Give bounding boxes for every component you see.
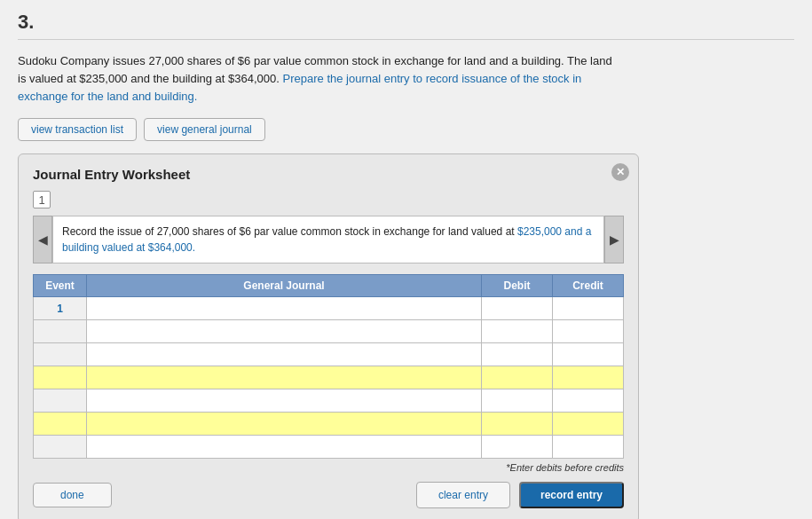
debit-cell[interactable] <box>482 366 553 389</box>
credit-input[interactable] <box>553 297 623 319</box>
journal-cell[interactable] <box>87 343 482 366</box>
journal-cell[interactable] <box>87 389 482 413</box>
debit-cell[interactable] <box>482 320 553 343</box>
event-cell <box>34 389 87 413</box>
journal-input[interactable] <box>87 413 481 435</box>
credit-cell[interactable] <box>553 366 624 389</box>
event-cell <box>34 320 87 343</box>
debit-input[interactable] <box>482 366 552 389</box>
header-journal: General Journal <box>87 275 482 297</box>
entry-counter: 1 <box>33 191 51 208</box>
debit-input[interactable] <box>482 297 552 319</box>
credit-input[interactable] <box>553 436 623 458</box>
journal-cell[interactable] <box>87 436 482 459</box>
journal-input[interactable] <box>87 343 481 366</box>
done-button[interactable]: done <box>33 483 112 507</box>
close-button[interactable]: ✕ <box>611 163 629 181</box>
debit-input[interactable] <box>482 320 552 342</box>
credit-input[interactable] <box>553 320 623 342</box>
journal-table: Event General Journal Debit Credit 1 <box>33 274 624 459</box>
journal-entry-worksheet: Journal Entry Worksheet ✕ 1 ◀ Record the… <box>18 153 639 519</box>
debit-input[interactable] <box>482 343 552 366</box>
header-debit: Debit <box>482 275 553 297</box>
journal-input[interactable] <box>87 320 481 342</box>
event-cell: 1 <box>34 297 87 320</box>
debit-cell[interactable] <box>482 297 553 320</box>
debit-cell[interactable] <box>482 343 553 366</box>
event-cell <box>34 366 87 389</box>
prev-arrow[interactable]: ◀ <box>33 216 52 263</box>
credit-input[interactable] <box>553 366 623 389</box>
journal-cell[interactable] <box>87 320 482 343</box>
credit-cell[interactable] <box>553 389 624 413</box>
journal-cell[interactable] <box>87 413 482 436</box>
debit-cell[interactable] <box>482 413 553 436</box>
view-general-journal-button[interactable]: view general journal <box>144 118 265 141</box>
question-number: 3. <box>18 11 794 40</box>
table-row <box>34 436 624 459</box>
journal-input[interactable] <box>87 366 481 389</box>
header-credit: Credit <box>553 275 624 297</box>
debit-input[interactable] <box>482 436 552 458</box>
table-row <box>34 366 624 389</box>
debit-cell[interactable] <box>482 389 553 413</box>
credit-cell[interactable] <box>553 320 624 343</box>
debit-cell[interactable] <box>482 436 553 459</box>
table-row <box>34 343 624 366</box>
credit-input[interactable] <box>553 389 623 412</box>
event-cell <box>34 343 87 366</box>
view-transaction-list-button[interactable]: view transaction list <box>18 118 137 141</box>
credit-cell[interactable] <box>553 413 624 436</box>
journal-input[interactable] <box>87 436 481 458</box>
question-text: Sudoku Company issues 27,000 shares of $… <box>18 52 621 106</box>
clear-entry-button[interactable]: clear entry <box>416 482 510 508</box>
worksheet-title: Journal Entry Worksheet <box>33 167 624 182</box>
event-cell <box>34 436 87 459</box>
journal-input[interactable] <box>87 297 481 319</box>
footnote: *Enter debits before credits <box>33 462 624 473</box>
credit-cell[interactable] <box>553 343 624 366</box>
journal-input[interactable] <box>87 389 481 412</box>
credit-cell[interactable] <box>553 436 624 459</box>
bottom-buttons: done clear entry record entry <box>33 482 624 508</box>
prompt-row: ◀ Record the issue of 27,000 shares of $… <box>33 216 624 263</box>
event-cell <box>34 413 87 436</box>
debit-input[interactable] <box>482 389 552 412</box>
credit-input[interactable] <box>553 413 623 435</box>
table-row <box>34 389 624 413</box>
prompt-text-box: Record the issue of 27,000 shares of $6 … <box>52 216 604 263</box>
prompt-text-normal: Record the issue of 27,000 shares of $6 … <box>62 225 517 238</box>
debit-input[interactable] <box>482 413 552 435</box>
next-arrow[interactable]: ▶ <box>604 216 624 263</box>
table-row <box>34 320 624 343</box>
credit-input[interactable] <box>553 343 623 366</box>
record-entry-button[interactable]: record entry <box>519 482 624 508</box>
journal-cell[interactable] <box>87 297 482 320</box>
table-row <box>34 413 624 436</box>
table-row: 1 <box>34 297 624 320</box>
credit-cell[interactable] <box>553 297 624 320</box>
journal-cell[interactable] <box>87 366 482 389</box>
header-event: Event <box>34 275 87 297</box>
